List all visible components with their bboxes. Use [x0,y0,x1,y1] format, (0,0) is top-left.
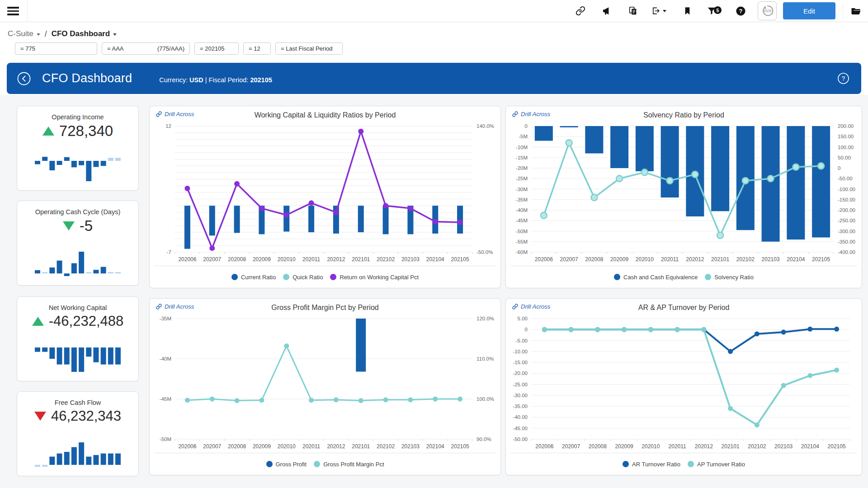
edit-button[interactable]: Edit [783,2,835,19]
chart-title: AR & AP Turnover by Period [506,304,862,312]
svg-text:-5.00: -5.00 [516,338,528,343]
legend-dot [614,274,620,280]
trend-down-icon [63,221,75,230]
svg-text:202011: 202011 [661,256,679,263]
svg-text:-30.00: -30.00 [513,393,528,398]
kpi-card-operating-income[interactable]: Operating Income728,340 [17,106,139,191]
legend-label: Gross Profit [276,461,307,468]
svg-text:202105: 202105 [451,443,469,450]
chart-svg: 0-5M-10M-15M-20M-25M-30M-35M-40M-45M-50M… [506,122,862,266]
svg-text:-55M: -55M [516,239,528,244]
legend-item[interactable]: AR Turnover Ratio [623,461,680,468]
svg-text:202012: 202012 [327,256,345,263]
svg-text:202104: 202104 [426,256,444,263]
megaphone-icon[interactable] [601,5,612,16]
kpi-value: -46,232,488 [49,313,123,329]
filter-count-badge: 5 [714,6,722,14]
legend-item[interactable]: Return on Working Capital Pct [330,274,419,281]
svg-text:100.00: 100.00 [838,145,854,150]
legend-item[interactable]: Gross Profit [266,461,307,468]
help-icon[interactable]: ? [735,5,746,16]
filter-chip[interactable]: = 202105 [194,42,239,55]
filter-chip[interactable]: = Last Fiscal Period [275,42,343,55]
svg-text:202102: 202102 [748,443,766,450]
svg-text:140.0%: 140.0% [476,123,494,129]
legend-label: AR Turnover Ratio [632,461,680,468]
kpi-card-operating-cash-cycle-days-[interactable]: Operating Cash Cycle (Days)-5 [17,201,139,286]
svg-text:?: ? [739,7,742,14]
export-icon[interactable] [651,5,666,16]
breadcrumb-separator: / [45,29,47,39]
legend-item[interactable]: Quick Ratio [283,274,323,281]
svg-text:202101: 202101 [722,443,740,450]
svg-text:100.0%: 100.0% [476,396,494,402]
kpi-value: -5 [80,217,93,235]
svg-text:-150.00: -150.00 [838,197,855,202]
svg-text:-40M: -40M [160,356,171,361]
copy-icon[interactable] [627,5,638,16]
chart-title: Working Capital & Liquidity Ratios by Pe… [150,111,500,119]
trend-down-icon [34,412,46,421]
chart-plot-area[interactable]: 12-7140.0%-50.0%202006202007202008202009… [150,122,500,266]
link-icon[interactable] [575,5,586,16]
chart-legend: Cash and Cash EquivalenceSolvency Ratio [510,266,857,288]
kpi-card-net-working-capital[interactable]: Net Working Capital-46,232,488 [17,296,139,381]
svg-text:-50.0%: -50.0% [476,249,493,255]
chart-plot-area[interactable]: 0-5M-10M-15M-20M-25M-30M-35M-40M-45M-50M… [506,122,862,266]
svg-text:202105: 202105 [451,256,469,263]
breadcrumb: C-Suite / CFO Dashboard [8,27,117,41]
chart-plot-area[interactable]: 5.000-5.00-10.00-15.00-20.00-25.00-30.00… [506,314,862,453]
svg-text:202102: 202102 [736,256,755,263]
legend-item[interactable]: Gross Profit Margin Pct [314,461,384,468]
legend-item[interactable]: AP Turnover Ratio [688,461,745,468]
trend-up-icon [42,127,54,136]
svg-text:202011: 202011 [669,443,686,450]
svg-text:202006: 202006 [178,443,196,450]
chart-panel-gross-profit-margin-pct-by-period: Drill AcrossGross Profit Margin Pct by P… [149,298,501,475]
chart-legend: Gross ProfitGross Profit Margin Pct [154,453,496,475]
svg-text:-20M: -20M [516,165,528,171]
svg-text:202007: 202007 [203,443,221,450]
filter-icon[interactable]: 5 [706,5,717,16]
svg-text:-40.00: -40.00 [513,414,528,420]
filter-chip[interactable]: = AAA(775/AAA) [102,42,190,55]
kpi-sparkline [35,441,121,469]
filter-chip-label: = 202105 [200,45,225,52]
chart-plot-area[interactable]: -35M-40M-45M-50M120.0%110.0%100.0%90.0%2… [150,314,500,453]
breadcrumb-item-cfo-dashboard[interactable]: CFO Dashboard [52,29,117,38]
svg-text:-45M: -45M [516,218,528,223]
legend-item[interactable]: Cash and Cash Equivalence [614,274,698,281]
svg-text:202008: 202008 [228,443,246,450]
header-help-icon[interactable]: ? [837,72,849,84]
legend-dot [314,461,320,467]
svg-text:202012: 202012 [327,443,345,450]
filter-chip-row: = 775= AAA(775/AAA)= 202105= 12= Last Fi… [15,42,343,55]
hamburger-menu-icon[interactable] [7,5,20,17]
svg-text:202008: 202008 [589,443,607,450]
legend-item[interactable]: Solvency Ratio [705,274,754,281]
kpi-card-free-cash-flow[interactable]: Free Cash Flow46,232,343 [17,391,139,476]
trend-up-icon [32,317,44,326]
breadcrumb-item-csuite[interactable]: C-Suite [8,29,40,38]
refresh-button[interactable]: 3509 [758,1,777,20]
filter-chip-label: = AAA [107,45,124,52]
svg-text:202011: 202011 [302,256,320,263]
svg-text:-45M: -45M [160,396,171,402]
svg-text:50.00: 50.00 [838,155,851,160]
svg-text:-5M: -5M [519,134,528,139]
folder-icon[interactable] [850,5,861,16]
filter-chip[interactable]: = 12 [243,42,271,55]
svg-text:202007: 202007 [560,256,578,263]
bookmark-icon[interactable] [682,5,693,16]
svg-text:-25.00: -25.00 [513,382,528,387]
back-button[interactable] [17,71,31,86]
legend-item[interactable]: Current Ratio [231,274,276,281]
filter-chip[interactable]: = 775 [15,42,97,55]
svg-text:202009: 202009 [615,443,633,450]
svg-text:-100.00: -100.00 [838,187,855,192]
svg-text:-40M: -40M [516,207,528,213]
svg-text:0: 0 [838,165,840,171]
svg-text:202009: 202009 [610,256,628,263]
legend-dot [330,274,336,280]
dashboard-header: CFO Dashboard Currency: USD | Fiscal Per… [7,63,861,94]
